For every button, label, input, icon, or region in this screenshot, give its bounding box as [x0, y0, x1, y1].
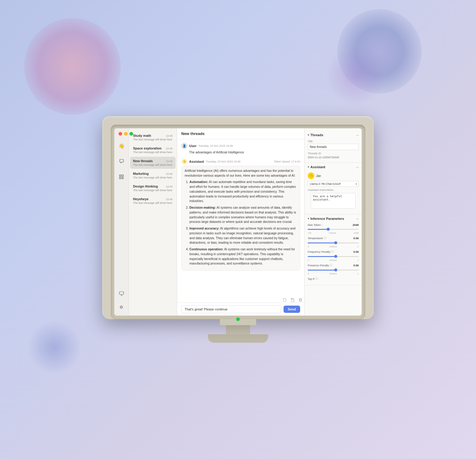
conv-preview: The last message will show here: [133, 176, 173, 179]
monitor-stand-base: [208, 334, 268, 343]
chevron-down-icon-3: ▾: [308, 217, 309, 220]
slider-min: 0: [308, 259, 309, 262]
param-label: Frequency Penalty ⓘ: [308, 250, 334, 254]
conv-time: 19:48: [166, 134, 173, 137]
slider-container[interactable]: [308, 254, 359, 258]
send-button[interactable]: Send: [284, 306, 300, 313]
sidebar-item-chat[interactable]: [116, 156, 127, 167]
inference-section-header[interactable]: ▾ Inference Parameters ···: [305, 214, 362, 223]
threads-section: ▾ Threads ··· Title Threads ID: [305, 131, 362, 163]
conv-title: Marketing: [133, 172, 149, 175]
assistant-menu-icon[interactable]: ···: [356, 165, 359, 169]
threads-section-title: ▾ Threads: [308, 133, 323, 137]
bg-decoration-purple: [325, 45, 386, 106]
sidebar-item-grid[interactable]: [116, 172, 127, 183]
param-label: Temperature ⓘ: [308, 236, 326, 240]
grid-icon: [119, 175, 124, 180]
slider-fill: [308, 242, 336, 243]
slider-default: Default: [330, 272, 337, 275]
conv-preview: The last message will show here: [133, 201, 173, 204]
conv-title: Heyeheye: [133, 197, 148, 201]
assistant-section-header[interactable]: ▾ Assistant ···: [305, 163, 362, 171]
conv-time: 19:48: [166, 160, 173, 163]
model-select[interactable]: Llama-2-7B-Chat-GGUF: [308, 181, 359, 187]
app-layout: 👋: [114, 128, 362, 316]
conv-title: Design thinking: [133, 185, 158, 188]
sidebar-item-settings[interactable]: ⚙: [116, 302, 127, 313]
sidebar-item-monitor[interactable]: [116, 288, 127, 299]
inference-menu-icon[interactable]: ···: [356, 216, 359, 221]
assistant-section-title: ▾ Assistant: [308, 165, 325, 169]
conv-time: 19:48: [166, 147, 173, 150]
param-row-frequency-penalty: Frequency Penalty ⓘ 0.56 0 Default 1: [305, 249, 362, 263]
slider-labels: 0 Default 1: [308, 259, 359, 262]
traffic-light-green[interactable]: [129, 132, 133, 136]
threads-section-header[interactable]: ▾ Threads ···: [305, 131, 362, 139]
svg-rect-3: [122, 177, 123, 179]
user-message-content: The advantages of Artificial Intelligenc…: [181, 150, 300, 155]
user-message-meta: 👤 User Tuesday, 23 Nov 2023 19:48: [181, 143, 300, 149]
sidebar-bottom-icons: ⚙: [116, 288, 127, 313]
monitor-bezel: 👋: [111, 125, 365, 319]
hand-wave-icon: 👋: [119, 143, 125, 149]
svg-rect-5: [292, 299, 294, 302]
regenerate-button[interactable]: [282, 297, 287, 303]
threads-title-input[interactable]: [308, 144, 359, 150]
slider-max: 1: [357, 259, 359, 262]
sidebar-item-brand[interactable]: 👋: [116, 140, 127, 151]
conversation-item[interactable]: Heyeheye 19:48 The last message will sho…: [130, 195, 176, 207]
conversation-item[interactable]: Marketing 19:48 The last message will sh…: [130, 169, 176, 181]
chat-header: New threads: [177, 128, 304, 139]
conversation-item[interactable]: Study math 19:48 The last message will s…: [130, 131, 176, 143]
slider-labels: 0 Default 1: [308, 272, 359, 275]
param-value: 0.56: [353, 237, 359, 240]
param-row-presence-penalty: Presence Penalty ⓘ 0.56 0 Default 1: [305, 263, 362, 276]
slider-container[interactable]: [308, 268, 359, 272]
conversation-item[interactable]: New threads 19:48 The last message will …: [130, 157, 176, 169]
info-icon: ○: [321, 223, 323, 226]
conversation-item[interactable]: Design thinking 19:48 The last message w…: [130, 182, 176, 194]
assistant-message-meta: 👋 Assistant Tuesday, 23 Nov 2023 19:48 T…: [181, 159, 300, 165]
slider-fill: [308, 229, 328, 230]
slider-thumb[interactable]: [334, 255, 337, 258]
point-title: Improved accuracy:: [189, 226, 219, 230]
delete-button[interactable]: [298, 297, 303, 303]
user-avatar: 👤: [181, 143, 187, 149]
assistant-name-row: 👋 Jan: [305, 171, 362, 180]
slider-thumb[interactable]: [327, 228, 330, 231]
threads-menu-icon[interactable]: ···: [356, 133, 359, 137]
param-row-top-p: Top P ⓘ: [305, 276, 362, 283]
slider-track: [308, 256, 359, 257]
conv-title: Space exploration: [133, 146, 162, 150]
assistant-instructions-field: Assistant Instructions You are a helpful…: [305, 188, 362, 212]
traffic-light-red[interactable]: [119, 132, 122, 136]
chat-title: New threads: [181, 131, 205, 136]
conversation-item[interactable]: Space exploration 19:48 The last message…: [130, 144, 176, 156]
slider-thumb[interactable]: [334, 241, 337, 244]
conv-time: 19:48: [166, 198, 173, 201]
info-icon: ⓘ: [324, 236, 326, 240]
bg-decoration-bottom: [27, 320, 81, 374]
param-header: Temperature ⓘ 0.56: [308, 236, 359, 240]
message-actions-bar: [177, 297, 304, 303]
conv-time: 19:48: [166, 185, 173, 188]
right-panel: ▾ Threads ··· Title Threads ID: [304, 128, 362, 316]
slider-min: 0: [308, 245, 309, 248]
traffic-light-yellow[interactable]: [124, 132, 128, 136]
chevron-down-icon-2: ▾: [308, 165, 309, 169]
svg-rect-1: [122, 175, 123, 176]
slider-thumb[interactable]: [334, 268, 337, 271]
assistant-emoji: 👋: [309, 174, 313, 178]
slider-labels: 0 Default 1: [308, 245, 359, 248]
settings-gear-icon: ⚙: [119, 305, 123, 310]
copy-button[interactable]: [290, 297, 295, 303]
assistant-name-label: Jan: [316, 174, 321, 178]
slider-container[interactable]: [308, 241, 359, 245]
slider-max: 4096: [354, 232, 359, 234]
slider-max: 1: [357, 245, 359, 248]
assistant-instructions-textarea[interactable]: You are a helpful assistant.: [311, 193, 356, 209]
assistant-avatar: 👋: [308, 172, 314, 179]
chat-input-field[interactable]: [181, 305, 281, 313]
message-row: 👋 Assistant Tuesday, 23 Nov 2023 19:48 T…: [181, 159, 300, 271]
slider-container[interactable]: [308, 227, 359, 231]
